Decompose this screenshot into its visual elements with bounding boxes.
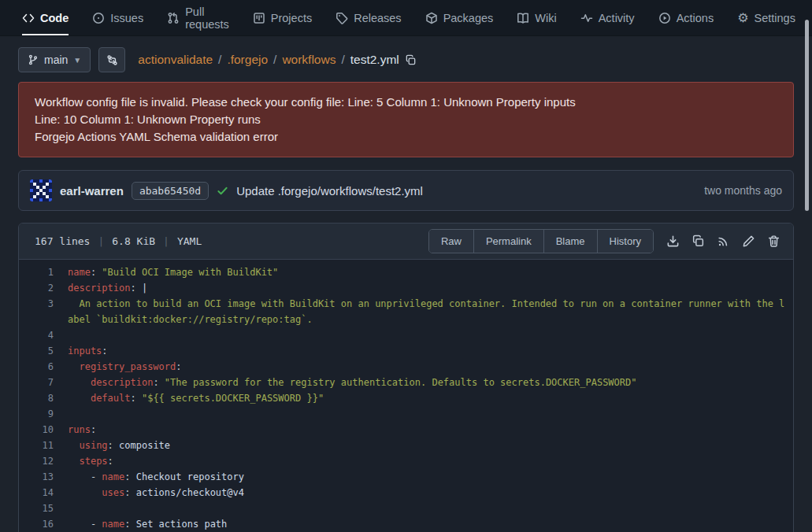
code-line-content: description: "The password for the regis… [68, 375, 793, 390]
edit-icon[interactable] [742, 235, 755, 248]
tab-label: Settings [755, 12, 795, 24]
branch-selector-button[interactable]: main ▼ [18, 47, 91, 72]
file-meta: 167 lines | 6.8 KiB | YAML [28, 235, 202, 247]
code-line-content: steps: [68, 453, 793, 469]
tab-wiki[interactable]: Wiki [517, 0, 556, 35]
code-line-content: using: composite [68, 438, 793, 453]
file-size: 6.8 KiB [112, 235, 155, 247]
code-line: 8 default: "${{ secrets.DOCKER_PASSWORD … [19, 390, 793, 406]
rss-icon[interactable] [717, 235, 730, 248]
scrollbar-thumb[interactable] [805, 20, 809, 211]
breadcrumb-separator: / [218, 53, 221, 67]
tab-actions[interactable]: Actions [658, 0, 714, 35]
check-icon[interactable] [217, 185, 228, 197]
gear-icon: ⚙ [737, 12, 748, 24]
line-number[interactable]: 16 [19, 516, 68, 532]
permalink-button[interactable]: Permalink [474, 230, 544, 253]
line-number[interactable]: 9 [19, 406, 68, 422]
file-view-button-group: Raw Permalink Blame History [428, 229, 654, 253]
package-icon [425, 12, 438, 24]
commit-message[interactable]: Update .forgejo/workflows/test2.yml [236, 184, 423, 198]
compare-branches-button[interactable] [98, 47, 125, 72]
code-line-content [68, 501, 793, 516]
code-line: 11 using: composite [19, 438, 793, 453]
book-icon [517, 12, 529, 24]
tab-label: Projects [271, 12, 312, 24]
file-path-toolbar: main ▼ actionvalidate / .forgejo / workf… [18, 47, 794, 72]
code-line-content: name: "Build OCI Image with BuildKit" [68, 264, 793, 280]
file-view-panel: 167 lines | 6.8 KiB | YAML Raw Permalink… [18, 223, 794, 532]
workflow-error-banner: Workflow config file is invalid. Please … [18, 82, 794, 157]
pulse-icon [580, 12, 593, 24]
tab-label: Actions [677, 12, 714, 24]
line-number[interactable]: 10 [19, 422, 68, 438]
code-lines: 1name: "Build OCI Image with BuildKit"2d… [19, 260, 793, 532]
code-line-content: inputs: [68, 343, 793, 359]
repo-tab-bar: Code Issues Pull requests Projects Relea… [0, 0, 812, 36]
history-button[interactable]: History [598, 230, 653, 253]
tab-packages[interactable]: Packages [425, 0, 494, 35]
code-line: 10runs: [19, 422, 793, 438]
line-number[interactable]: 5 [19, 343, 68, 359]
code-line-content [68, 406, 793, 422]
code-icon [22, 12, 35, 24]
delete-icon[interactable] [767, 235, 780, 248]
tab-label: Code [40, 12, 69, 24]
error-line: Line: 10 Column 1: Unknown Property runs [35, 111, 777, 127]
tab-label: Activity [599, 12, 635, 24]
tab-label: Packages [443, 12, 494, 24]
line-number[interactable]: 1 [19, 264, 68, 280]
tab-label: Releases [354, 12, 401, 24]
breadcrumb-current-file: test2.yml [350, 53, 399, 67]
line-number[interactable]: 13 [19, 469, 68, 485]
line-number[interactable]: 3 [19, 296, 68, 327]
line-number[interactable]: 8 [19, 390, 68, 406]
breadcrumb-dir-link[interactable]: workflows [282, 53, 336, 67]
code-line: 13 - name: Checkout repository [19, 469, 793, 485]
download-icon[interactable] [666, 235, 680, 248]
raw-button[interactable]: Raw [429, 230, 474, 253]
commit-author[interactable]: earl-warren [60, 184, 124, 198]
tab-settings[interactable]: ⚙ Settings [737, 0, 795, 35]
pull-request-icon [167, 12, 180, 24]
line-number[interactable]: 14 [19, 485, 68, 501]
line-number[interactable]: 11 [19, 438, 68, 453]
code-line-content: uses: actions/checkout@v4 [68, 485, 793, 501]
play-circle-icon [658, 12, 671, 24]
copy-icon[interactable] [691, 235, 705, 248]
breadcrumb-repo-link[interactable]: actionvalidate [138, 53, 213, 67]
avatar[interactable] [30, 179, 52, 201]
tab-activity[interactable]: Activity [580, 0, 635, 35]
breadcrumb: actionvalidate / .forgejo / workflows / … [138, 53, 417, 67]
code-line: 12 steps: [19, 453, 793, 469]
file-language: YAML [177, 235, 202, 247]
line-number[interactable]: 2 [19, 280, 68, 296]
tab-pull-requests[interactable]: Pull requests [167, 0, 229, 35]
meta-divider: | [163, 235, 169, 247]
breadcrumb-separator: / [273, 53, 276, 67]
line-number[interactable]: 12 [19, 453, 68, 469]
tab-code[interactable]: Code [22, 0, 69, 35]
line-number[interactable]: 4 [19, 327, 68, 343]
tab-projects[interactable]: Projects [253, 0, 312, 35]
line-number[interactable]: 15 [19, 501, 68, 516]
file-line-count: 167 lines [35, 235, 90, 247]
line-number[interactable]: 7 [19, 375, 68, 390]
code-line: 1name: "Build OCI Image with BuildKit" [19, 264, 793, 280]
copy-path-icon[interactable] [405, 54, 417, 66]
issue-icon [92, 12, 105, 24]
commit-sha-badge[interactable]: abab65450d [132, 182, 209, 200]
tab-label: Issues [110, 12, 143, 24]
error-line: Forgejo Actions YAML Schema validation e… [35, 128, 777, 145]
code-line: 6 registry_password: [19, 359, 793, 375]
tab-label: Pull requests [185, 6, 229, 31]
tab-releases[interactable]: Releases [336, 0, 401, 35]
chevron-down-icon: ▼ [73, 56, 81, 65]
line-number[interactable]: 6 [19, 359, 68, 375]
file-header: 167 lines | 6.8 KiB | YAML Raw Permalink… [19, 224, 793, 260]
git-compare-icon [106, 54, 118, 66]
breadcrumb-dir-link[interactable]: .forgejo [227, 53, 268, 67]
tab-issues[interactable]: Issues [92, 0, 143, 35]
tag-icon [336, 12, 348, 24]
blame-button[interactable]: Blame [544, 230, 598, 253]
